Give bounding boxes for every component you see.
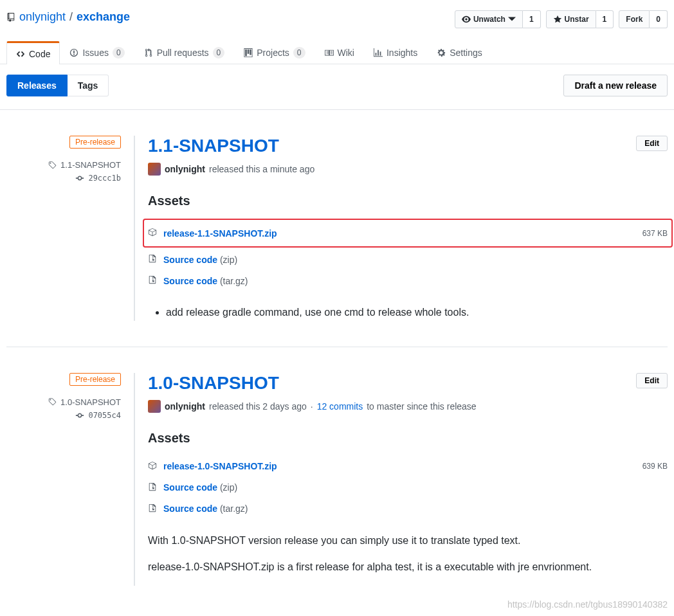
asset-link[interactable]: Source code (tar.gz) xyxy=(163,276,248,286)
asset-link[interactable]: Source code (zip) xyxy=(163,482,237,493)
repo-icon xyxy=(6,13,15,22)
issues-count: 0 xyxy=(113,47,125,59)
tab-issues[interactable]: Issues 0 xyxy=(60,41,134,64)
pre-release-badge: Pre-release xyxy=(69,136,121,149)
commits-since-link[interactable]: 12 commits xyxy=(317,401,363,412)
assets-heading: Assets xyxy=(148,194,668,208)
unstar-button[interactable]: Unstar xyxy=(546,10,596,28)
release-note-para: With 1.0-SNAPSHOT version release you ca… xyxy=(148,532,668,549)
issue-icon xyxy=(69,48,78,57)
star-count[interactable]: 1 xyxy=(596,10,614,28)
zip-icon xyxy=(148,254,157,265)
author-link[interactable]: onlynight xyxy=(165,401,205,412)
tab-wiki[interactable]: Wiki xyxy=(315,41,364,64)
release-note-para: release-1.0-SNAPSHOT.zip is a first rele… xyxy=(148,559,668,575)
release-entry: Pre-release 1.0-SNAPSHOT 07055c4 1.0-SNA… xyxy=(6,347,668,611)
avatar[interactable] xyxy=(148,400,161,413)
repo-tabs: Code Issues 0 Pull requests 0 Projects 0… xyxy=(0,41,674,64)
repo-name-link[interactable]: exchange xyxy=(77,10,130,24)
assets-heading: Assets xyxy=(148,431,668,446)
tab-settings[interactable]: Settings xyxy=(427,41,492,64)
asset-row: Source code (zip) xyxy=(148,249,668,270)
pull-request-icon xyxy=(144,48,153,57)
author-link[interactable]: onlynight xyxy=(165,164,205,174)
release-byline: released this a minute ago xyxy=(209,164,314,174)
star-icon xyxy=(553,15,562,24)
highlighted-asset: release-1.1-SNAPSHOT.zip637 KB xyxy=(143,219,673,248)
gear-icon xyxy=(437,48,446,57)
book-icon xyxy=(325,48,334,57)
eye-icon xyxy=(462,15,471,24)
project-icon xyxy=(244,48,253,57)
package-icon xyxy=(148,461,157,472)
release-commit[interactable]: 07055c4 xyxy=(6,411,121,420)
asset-size: 639 KB xyxy=(642,462,668,471)
projects-count: 0 xyxy=(293,47,305,59)
caret-down-icon xyxy=(508,15,516,23)
subnav-releases[interactable]: Releases xyxy=(6,75,68,96)
asset-link[interactable]: Source code (tar.gz) xyxy=(163,503,248,514)
pulls-count: 0 xyxy=(213,47,225,59)
repo-actions: Unwatch 1 Unstar 1 Fork 0 xyxy=(455,10,668,28)
repo-path: onlynight / exchange xyxy=(6,10,130,24)
release-entry: Pre-release 1.1-SNAPSHOT 29ccc1b 1.1-SNA… xyxy=(6,110,668,347)
package-icon xyxy=(148,228,157,239)
watch-count[interactable]: 1 xyxy=(523,10,541,28)
code-icon xyxy=(16,50,25,59)
tab-pulls[interactable]: Pull requests 0 xyxy=(134,41,235,64)
unwatch-button[interactable]: Unwatch xyxy=(455,10,523,28)
graph-icon xyxy=(374,48,383,57)
asset-link[interactable]: release-1.0-SNAPSHOT.zip xyxy=(163,461,277,471)
release-byline: released this 2 days ago xyxy=(209,401,307,412)
asset-size: 637 KB xyxy=(642,229,668,238)
asset-link[interactable]: Source code (zip) xyxy=(163,255,237,265)
zip-icon xyxy=(148,503,157,514)
asset-row: release-1.1-SNAPSHOT.zip637 KB xyxy=(148,222,668,244)
avatar[interactable] xyxy=(148,163,161,176)
pre-release-badge: Pre-release xyxy=(69,373,121,386)
edit-release-button[interactable]: Edit xyxy=(636,373,668,388)
repo-owner-link[interactable]: onlynight xyxy=(19,10,66,24)
subnav-tabs: Releases Tags xyxy=(6,75,109,96)
asset-row: Source code (tar.gz) xyxy=(148,270,668,291)
asset-row: Source code (tar.gz) xyxy=(148,498,668,520)
release-title[interactable]: 1.1-SNAPSHOT xyxy=(148,136,279,156)
draft-release-button[interactable]: Draft a new release xyxy=(563,75,668,96)
zip-icon xyxy=(148,482,157,493)
tab-code[interactable]: Code xyxy=(6,41,60,64)
release-note-item: add release gradle command, use one cmd … xyxy=(166,304,668,321)
release-tag[interactable]: 1.1-SNAPSHOT xyxy=(6,160,121,170)
asset-row: Source code (zip) xyxy=(148,477,668,498)
release-commit[interactable]: 29ccc1b xyxy=(6,174,121,183)
fork-count[interactable]: 0 xyxy=(650,10,668,28)
asset-row: release-1.0-SNAPSHOT.zip639 KB xyxy=(148,456,668,477)
subnav-tags[interactable]: Tags xyxy=(68,75,109,96)
release-tag[interactable]: 1.0-SNAPSHOT xyxy=(6,397,121,407)
tab-projects[interactable]: Projects 0 xyxy=(234,41,314,64)
edit-release-button[interactable]: Edit xyxy=(636,136,668,151)
tab-insights[interactable]: Insights xyxy=(364,41,427,64)
fork-button[interactable]: Fork xyxy=(619,10,650,28)
asset-link[interactable]: release-1.1-SNAPSHOT.zip xyxy=(163,228,277,239)
zip-icon xyxy=(148,275,157,286)
path-separator: / xyxy=(69,10,73,24)
release-title[interactable]: 1.0-SNAPSHOT xyxy=(148,373,279,394)
